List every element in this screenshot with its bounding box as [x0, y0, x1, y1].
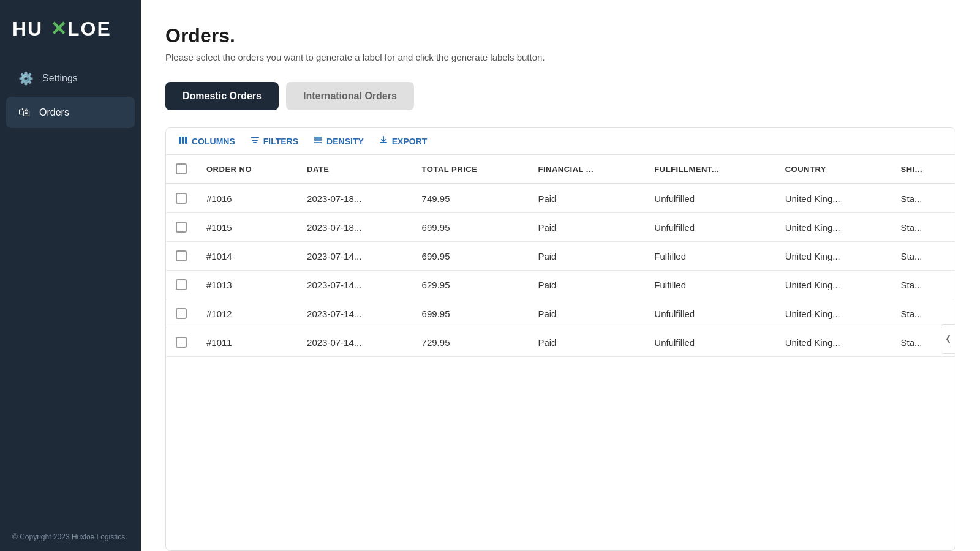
table-row: #1011 2023-07-14... 729.95 Paid Unfulfil…: [166, 328, 955, 357]
filters-icon: [250, 135, 260, 147]
row-checkbox-3[interactable]: [176, 279, 187, 290]
svg-rect-4: [182, 137, 184, 144]
table-toolbar: COLUMNS FILTERS: [166, 128, 955, 155]
svg-text:✕: ✕: [50, 18, 67, 40]
row-checkbox-5[interactable]: [176, 337, 187, 348]
select-all-checkbox[interactable]: [176, 163, 187, 174]
svg-rect-3: [179, 137, 181, 144]
row-checkbox-cell: [166, 299, 197, 328]
density-button[interactable]: DENSITY: [313, 135, 364, 147]
row-country: United King...: [775, 299, 891, 328]
row-financial: Paid: [528, 242, 644, 271]
svg-text:LOE: LOE: [67, 18, 110, 40]
export-icon: [379, 135, 388, 147]
row-total-price: 729.95: [412, 328, 529, 357]
filters-label: FILTERS: [263, 137, 298, 146]
row-checkbox-1[interactable]: [176, 222, 187, 233]
row-order-no: #1012: [197, 299, 297, 328]
row-order-no: #1011: [197, 328, 297, 357]
row-checkbox-cell: [166, 328, 197, 357]
sidebar-item-settings[interactable]: ⚙️ Settings: [6, 62, 135, 94]
row-checkbox-cell: [166, 242, 197, 271]
row-order-no: #1016: [197, 184, 297, 213]
columns-label: COLUMNS: [192, 137, 235, 146]
main-content: Orders. Please select the orders you wan…: [141, 0, 980, 551]
table-row: #1016 2023-07-18... 749.95 Paid Unfulfil…: [166, 184, 955, 213]
row-date: 2023-07-18...: [297, 213, 412, 242]
select-all-header: [166, 155, 197, 184]
row-order-no: #1013: [197, 271, 297, 299]
table-row: #1015 2023-07-18... 699.95 Paid Unfulfil…: [166, 213, 955, 242]
row-financial: Paid: [528, 328, 644, 357]
logo: HU ✕ LOE: [0, 0, 141, 54]
row-country: United King...: [775, 271, 891, 299]
row-fulfillment: Fulfilled: [644, 242, 775, 271]
row-shi: Sta...: [891, 242, 956, 271]
row-financial: Paid: [528, 271, 644, 299]
row-shi: Sta...: [891, 299, 956, 328]
col-header-order-no: ORDER NO: [197, 155, 297, 184]
orders-table: ORDER NO DATE TOTAL PRICE FINANCIAL ... …: [166, 155, 955, 357]
filters-button[interactable]: FILTERS: [250, 135, 298, 147]
columns-button[interactable]: COLUMNS: [178, 135, 235, 147]
svg-text:HU: HU: [12, 18, 43, 40]
row-checkbox-2[interactable]: [176, 250, 187, 261]
row-total-price: 699.95: [412, 242, 529, 271]
row-shi: Sta...: [891, 184, 956, 213]
row-fulfillment: Unfulfilled: [644, 328, 775, 357]
row-financial: Paid: [528, 213, 644, 242]
row-financial: Paid: [528, 184, 644, 213]
row-checkbox-cell: [166, 271, 197, 299]
sidebar: HU ✕ LOE ⚙️ Settings 🛍 Orders © Copyrigh…: [0, 0, 141, 551]
row-shi: Sta...: [891, 213, 956, 242]
sidebar-item-settings-label: Settings: [42, 73, 78, 84]
collapse-panel-button[interactable]: [941, 324, 956, 354]
sidebar-nav: ⚙️ Settings 🛍 Orders: [0, 54, 141, 523]
page-subtitle: Please select the orders you want to gen…: [165, 52, 956, 62]
tab-international-orders[interactable]: International Orders: [286, 82, 414, 110]
svg-rect-5: [185, 137, 187, 144]
table-header: ORDER NO DATE TOTAL PRICE FINANCIAL ... …: [166, 155, 955, 184]
row-date: 2023-07-14...: [297, 271, 412, 299]
row-country: United King...: [775, 184, 891, 213]
row-country: United King...: [775, 213, 891, 242]
col-header-total-price: TOTAL PRICE: [412, 155, 529, 184]
row-country: United King...: [775, 328, 891, 357]
tab-domestic-orders[interactable]: Domestic Orders: [165, 82, 279, 110]
table-body: #1016 2023-07-18... 749.95 Paid Unfulfil…: [166, 184, 955, 357]
export-button[interactable]: EXPORT: [379, 135, 428, 147]
row-country: United King...: [775, 242, 891, 271]
density-icon: [313, 135, 323, 147]
table-row: #1014 2023-07-14... 699.95 Paid Fulfille…: [166, 242, 955, 271]
row-order-no: #1014: [197, 242, 297, 271]
density-label: DENSITY: [326, 137, 364, 146]
row-order-no: #1015: [197, 213, 297, 242]
sidebar-item-orders-label: Orders: [39, 107, 69, 118]
col-header-country: COUNTRY: [775, 155, 891, 184]
sidebar-item-orders[interactable]: 🛍 Orders: [6, 97, 135, 128]
row-fulfillment: Unfulfilled: [644, 299, 775, 328]
row-fulfillment: Fulfilled: [644, 271, 775, 299]
columns-icon: [178, 135, 188, 147]
page-title: Orders.: [165, 24, 956, 47]
table-row: #1013 2023-07-14... 629.95 Paid Fulfille…: [166, 271, 955, 299]
col-header-fulfillment: FULFILLMENT...: [644, 155, 775, 184]
row-checkbox-4[interactable]: [176, 308, 187, 319]
table-scroll-container: ORDER NO DATE TOTAL PRICE FINANCIAL ... …: [166, 155, 955, 357]
row-shi: Sta...: [891, 271, 956, 299]
row-total-price: 749.95: [412, 184, 529, 213]
row-date: 2023-07-14...: [297, 328, 412, 357]
row-total-price: 699.95: [412, 213, 529, 242]
row-fulfillment: Unfulfilled: [644, 213, 775, 242]
orders-table-container: COLUMNS FILTERS: [165, 127, 956, 551]
export-label: EXPORT: [392, 137, 428, 146]
tab-buttons: Domestic Orders International Orders: [165, 82, 956, 110]
col-header-shi: SHI...: [891, 155, 956, 184]
row-checkbox-cell: [166, 213, 197, 242]
col-header-date: DATE: [297, 155, 412, 184]
logo-mark: HU ✕ LOE: [12, 15, 110, 42]
row-checkbox-0[interactable]: [176, 193, 187, 204]
row-financial: Paid: [528, 299, 644, 328]
row-date: 2023-07-14...: [297, 242, 412, 271]
row-date: 2023-07-18...: [297, 184, 412, 213]
